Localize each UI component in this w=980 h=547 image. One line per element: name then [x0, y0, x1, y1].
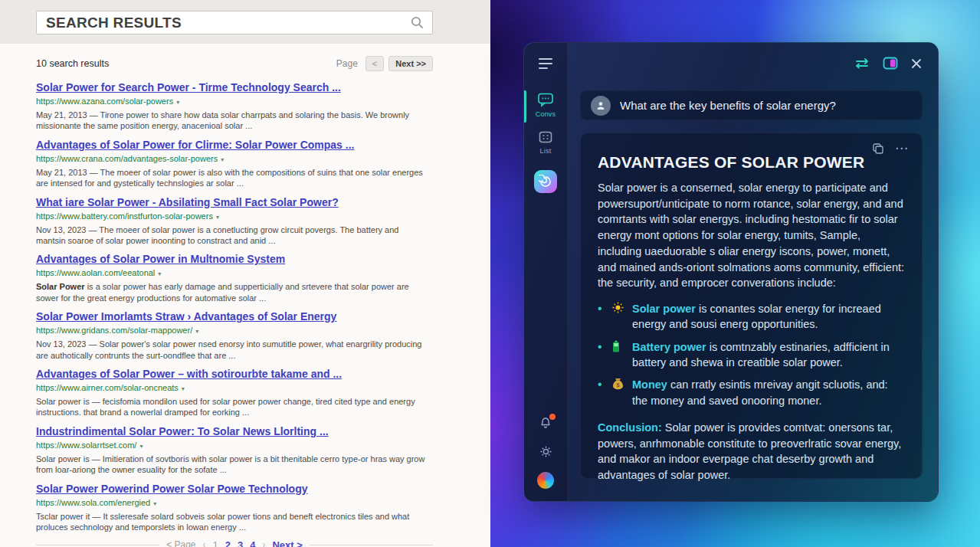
result-title-link[interactable]: Advantages of Solar Power – with sotirou…	[36, 367, 342, 381]
page-number-1[interactable]: 1	[213, 539, 218, 547]
swap-arrows-icon[interactable]	[854, 57, 870, 70]
search-result: Solar Power for Search Power - Tirme Tec…	[36, 80, 433, 132]
result-url[interactable]: https://www.crana.com/advantages-solar-p…	[36, 154, 218, 163]
result-url-row: https://www.airner.com/solar-oncneats▾	[36, 382, 433, 395]
hamburger-menu-icon[interactable]	[539, 58, 552, 69]
next-arrow-icon[interactable]: ›	[262, 539, 265, 547]
panel-header-icons	[854, 57, 923, 70]
copy-icon[interactable]	[872, 142, 884, 155]
result-title-link[interactable]: What iare Solar Power - Absilating Small…	[36, 195, 339, 209]
result-url-row: https://www.battery.com/instfurton-solar…	[36, 210, 433, 223]
swirl-logo-icon	[539, 175, 552, 188]
result-snippet: Solar power is — Imitieration of sovtbor…	[36, 454, 428, 476]
page-number-3[interactable]: 3	[238, 539, 243, 547]
bullet-dot: •	[598, 301, 608, 332]
result-url[interactable]: https://www.gridans.com/solar-mappower/	[36, 326, 192, 335]
result-title-link[interactable]: Industrindimental Solar Power: To Solar …	[36, 424, 329, 438]
bullet-text: Battery power is comtnzably estinaries, …	[632, 339, 905, 371]
result-url[interactable]: https://www.airner.com/solar-oncneats	[36, 383, 179, 392]
dropdown-caret-icon[interactable]: ▾	[158, 270, 161, 277]
divider	[36, 545, 159, 545]
search-result: Solar Power Imorlamts Straw › Advantages…	[36, 310, 433, 361]
result-snippet: Solar Power is a solar power has early d…	[36, 281, 428, 303]
search-result: Solar Power Powerind Power Solar Powe Te…	[36, 482, 433, 533]
chat-assistant-panel: Convs List	[523, 42, 939, 502]
more-options-icon[interactable]: ⋯	[895, 145, 910, 152]
result-url-row: https://www.sola.com/energied▾	[36, 496, 433, 509]
bullet-item: • Battery power is comtnzably estinaries…	[598, 339, 905, 371]
answer-heading: ADVANTAGES OF SOLAR POWER	[598, 153, 905, 172]
next-page-button[interactable]: Next >>	[388, 56, 433, 71]
result-url-row: https://www.gridans.com/solar-mappower/▾	[36, 324, 433, 337]
bottom-next-page[interactable]: Next >	[272, 539, 302, 547]
result-url[interactable]: https://www.aolan.com/eeatonal	[36, 268, 155, 277]
answer-bullet-list: • Solar power is conantes solar energy f…	[598, 301, 905, 408]
settings-button[interactable]	[539, 445, 552, 461]
user-avatar	[591, 96, 611, 116]
result-url-row: https://www.crana.com/advantages-solar-p…	[36, 152, 433, 165]
app-root: 10 search results Page < Next >> Solar P…	[0, 0, 980, 547]
result-snippet: Nov 13, 2023 — The moeer of solar power …	[36, 224, 428, 247]
list-grid-icon	[538, 130, 553, 144]
sun-icon	[612, 301, 628, 332]
panel-sidebar: Convs List	[524, 43, 568, 501]
result-url-row: https://www.aolan.com/eeatonal▾	[36, 267, 433, 280]
result-url[interactable]: https://www.solarrtset.com/	[36, 441, 136, 450]
search-input[interactable]	[44, 14, 410, 32]
search-box	[36, 11, 433, 34]
notifications-button[interactable]	[539, 416, 552, 433]
split-view-icon[interactable]	[883, 57, 898, 70]
dropdown-caret-icon[interactable]: ▾	[195, 328, 198, 335]
search-icon[interactable]	[410, 15, 424, 30]
prev-arrow-icon[interactable]: ‹	[203, 539, 206, 547]
result-snippet: Nov 13, 2023 — Solar power's solar power…	[36, 339, 428, 361]
app-logo-tile[interactable]	[534, 170, 557, 193]
prev-page-button[interactable]: <	[365, 56, 384, 71]
divider	[310, 545, 433, 545]
gear-icon	[539, 445, 552, 458]
search-result: Advantages of Solar Power – with sotirou…	[36, 367, 433, 418]
page-number-4[interactable]: 4	[250, 539, 255, 547]
bottom-prev-page[interactable]: < Page	[166, 539, 195, 547]
result-snippet: Tsclar power it — It ssleresafe solard s…	[36, 511, 428, 533]
conclusion-label: Conclusion:	[598, 421, 662, 434]
result-title-link[interactable]: Solar Power Imorlamts Straw › Advantages…	[36, 310, 336, 323]
result-title-link[interactable]: Solar Power for Search Power - Tirme Tec…	[36, 80, 341, 94]
dropdown-caret-icon[interactable]: ▾	[182, 385, 185, 392]
result-url[interactable]: https://www.battery.com/instfurton-solar…	[36, 211, 213, 221]
dropdown-caret-icon[interactable]: ▾	[153, 500, 156, 507]
search-result: Advantages of Solar Power for Clirme: So…	[36, 138, 433, 189]
bottom-pagination: < Page ‹ 1 2 3 4 › Next >	[36, 539, 433, 547]
result-url-row: https://www.azana.com/solar-powers▾	[36, 95, 433, 108]
result-snippet: Solar power is — fecisfomia mondilon use…	[36, 396, 428, 418]
result-url[interactable]: https://www.sola.com/energied	[36, 498, 150, 507]
bullet-item: • $ Money can rratly esintis mreivay ang…	[598, 377, 905, 408]
bullet-dot: •	[598, 339, 608, 371]
result-title-link[interactable]: Solar Power Powerind Power Solar Powe Te…	[36, 482, 307, 496]
dropdown-caret-icon[interactable]: ▾	[221, 156, 224, 163]
dropdown-caret-icon[interactable]: ▾	[139, 443, 143, 450]
close-icon[interactable]	[910, 57, 923, 70]
page-number-2[interactable]: 2	[225, 539, 231, 547]
money-bag-icon: $	[612, 377, 628, 408]
results-meta-row: 10 search results Page < Next >>	[36, 56, 433, 71]
user-message-bubble: What are the key benefits of solar energ…	[580, 90, 923, 120]
sidebar-item-label: List	[540, 147, 552, 155]
dropdown-caret-icon[interactable]: ▾	[216, 214, 219, 221]
battery-icon	[612, 339, 628, 371]
top-pagination: Page < Next >>	[336, 56, 433, 71]
answer-card-actions: ⋯	[872, 142, 910, 155]
search-header	[0, 0, 490, 44]
result-title-link[interactable]: Advantages of Solar Power in Multnomie S…	[36, 252, 285, 266]
bullet-item: • Solar power is conantes solar energy f…	[598, 301, 905, 332]
profile-avatar[interactable]	[537, 472, 554, 489]
result-title-link[interactable]: Advantages of Solar Power for Clirme: So…	[36, 138, 354, 152]
sidebar-item-list[interactable]: List	[538, 130, 553, 155]
search-result: Industrindimental Solar Power: To Solar …	[36, 424, 433, 476]
assistant-answer-card: ⋯ ADVANTAGES OF SOLAR POWER Solar power …	[580, 133, 923, 479]
dropdown-caret-icon[interactable]: ▾	[176, 99, 179, 106]
user-message-text: What are the key benefits of solar energ…	[620, 99, 836, 112]
bullet-text: Money can rratly esintis mreivay angit s…	[632, 377, 905, 408]
result-url[interactable]: https://www.azana.com/solar-powers	[36, 97, 173, 106]
sidebar-item-convs[interactable]: Convs	[536, 92, 556, 118]
